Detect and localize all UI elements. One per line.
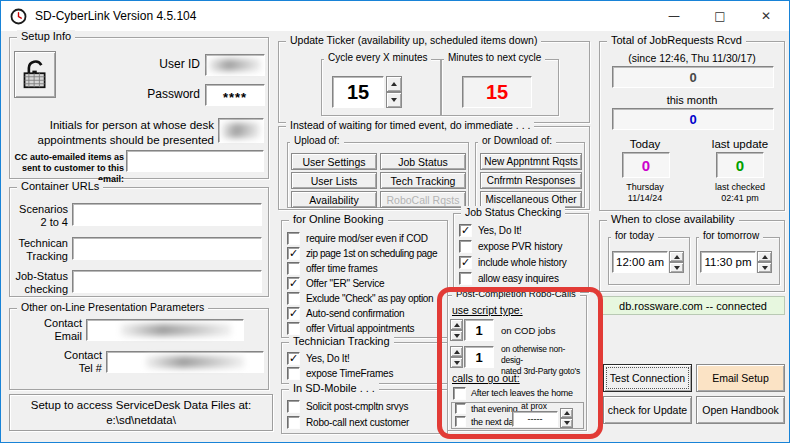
upload-job-status-button[interactable]: Job Status: [380, 153, 466, 170]
calls-to-go-out-heading: calls to go out:: [452, 372, 520, 385]
upload-user-settings-button[interactable]: User Settings: [291, 153, 377, 170]
after-tech-leaves-label: After tech leaves the home: [471, 388, 573, 398]
call-timing-box: that evening the next day at prox -----: [451, 402, 584, 429]
for-today-spinner[interactable]: [669, 251, 684, 273]
lock-button[interactable]: [14, 51, 56, 98]
tech-tracking-yes-label: Yes, Do It!: [306, 353, 350, 364]
spin-down-icon[interactable]: [450, 330, 463, 341]
contact-email-label: Contact Email: [18, 317, 82, 343]
job-status-url-label: Job-Status checking: [14, 270, 68, 296]
cc-email-field[interactable]: [126, 150, 264, 172]
after-tech-leaves-checkbox[interactable]: [453, 387, 466, 400]
open-handbook-button[interactable]: Open Handbook: [696, 396, 785, 424]
offer-virtual-appointments-label: offer Virtual appointments: [306, 323, 414, 334]
upload-tech-tracking-button[interactable]: Tech Tracking: [380, 172, 466, 189]
since-label: (since 12:46, Thu 11/30/17): [600, 52, 784, 65]
for-tomorrow-spinner[interactable]: [757, 251, 772, 273]
redacted-value: [209, 59, 260, 72]
robocall-next-customer-label: Robo-call next customer: [306, 417, 409, 428]
script-type-2-field[interactable]: 1: [464, 346, 494, 368]
contact-email-field[interactable]: [86, 319, 244, 341]
initials-field[interactable]: [218, 118, 264, 143]
upload-robocall-rqsts-button: RoboCall Rqsts: [380, 191, 466, 208]
email-setup-button[interactable]: Email Setup: [696, 364, 785, 392]
that-evening-checkbox[interactable]: [455, 403, 466, 414]
today-label: Today: [608, 138, 682, 151]
use-script-type-heading: use script type:: [452, 304, 523, 317]
container-urls-group: Container URLs Scenarios 2 to 4 Technica…: [9, 187, 269, 297]
at-prox-spinner[interactable]: [560, 408, 573, 428]
immediate-actions-title: Instead of waiting for timed event, do i…: [286, 119, 534, 131]
spin-down-icon[interactable]: [669, 262, 684, 273]
close-button[interactable]: ✕: [743, 1, 789, 30]
cycle-minutes-spinner[interactable]: [386, 76, 402, 108]
for-tomorrow-time-field[interactable]: 11:30 pm: [700, 251, 756, 273]
user-id-field[interactable]: [205, 54, 265, 76]
expose-pvr-history-checkbox[interactable]: [459, 240, 472, 253]
next-cycle-title: Minutes to next cycle: [444, 52, 545, 63]
spin-up-icon[interactable]: [757, 251, 772, 262]
technician-tracking-url-field[interactable]: [72, 237, 262, 260]
spin-down-icon[interactable]: [560, 418, 573, 428]
close-availability-group: When to close availability for today 12:…: [599, 220, 785, 292]
last-update-count-field: 0: [716, 152, 764, 178]
that-evening-label: that evening: [471, 404, 518, 414]
download-new-appntmnt-button[interactable]: New Appntmnt Rqsts: [480, 153, 582, 170]
zip-page-checkbox[interactable]: ✓: [287, 247, 300, 260]
tech-tracking-yes-checkbox[interactable]: ✓: [287, 352, 300, 365]
at-prox-field[interactable]: -----: [512, 411, 558, 427]
solicit-surveys-checkbox[interactable]: [287, 400, 300, 413]
title-bar: SD-CyberLink Version 4.5.104 — □ ✕: [1, 1, 789, 31]
upload-availability-button[interactable]: Availability: [291, 191, 377, 208]
password-field[interactable]: ****: [205, 84, 265, 106]
offer-er-service-checkbox[interactable]: ✓: [287, 277, 300, 290]
for-today-time-field[interactable]: 12:00 am: [612, 251, 668, 273]
data-files-panel: Setup to access ServiceDesk Data Files a…: [9, 394, 273, 431]
next-day-label: the next day: [471, 417, 518, 427]
job-status-yes-label: Yes, Do It!: [478, 225, 522, 236]
spin-up-icon[interactable]: [450, 346, 463, 357]
check-for-update-button[interactable]: check for Update: [603, 396, 692, 424]
require-modser-checkbox[interactable]: [287, 232, 300, 245]
download-cnfrmtn-responses-button[interactable]: Cnfrmtn Responses: [480, 172, 582, 189]
next-day-checkbox[interactable]: [455, 416, 466, 427]
user-id-label: User ID: [90, 58, 200, 71]
scenarios-field[interactable]: [72, 203, 262, 226]
allow-easy-inquires-checkbox[interactable]: [459, 272, 472, 285]
for-tomorrow-group: for tomorrow 11:30 pm: [696, 237, 780, 285]
since-count-field: 0: [612, 66, 774, 88]
upload-user-lists-button[interactable]: User Lists: [291, 172, 377, 189]
minimize-button[interactable]: —: [651, 1, 697, 30]
update-ticker-group: Update Ticker (availability up, schedule…: [278, 41, 590, 123]
cycle-minutes-field[interactable]: 15: [332, 76, 384, 108]
scenarios-label: Scenarios 2 to 4: [14, 203, 68, 229]
spin-down-icon[interactable]: [757, 262, 772, 273]
maximize-button[interactable]: □: [697, 1, 743, 30]
include-whole-history-checkbox[interactable]: ✓: [459, 256, 472, 269]
job-status-yes-checkbox[interactable]: ✓: [459, 224, 472, 237]
on-cod-jobs-label: on COD jobs: [501, 324, 555, 337]
expose-timeframes-checkbox[interactable]: [287, 367, 300, 380]
setup-info-group: Setup Info User ID Password **** Initial…: [9, 37, 269, 179]
setup-info-title: Setup Info: [17, 30, 75, 42]
spin-up-icon[interactable]: [386, 76, 402, 92]
for-tomorrow-title: for tomorrow: [699, 230, 763, 241]
offer-time-frames-checkbox[interactable]: [287, 262, 300, 275]
script-type-2-spinner[interactable]: [450, 346, 463, 368]
script-type-1-field[interactable]: 1: [464, 319, 494, 341]
exclude-check-checkbox[interactable]: [287, 292, 300, 305]
offer-virtual-appointments-checkbox[interactable]: [287, 322, 300, 335]
email-setup-label: Email Setup: [712, 372, 769, 384]
spin-up-icon[interactable]: [669, 251, 684, 262]
spin-down-icon[interactable]: [386, 92, 402, 108]
auto-send-confirmation-checkbox[interactable]: ✓: [287, 307, 300, 320]
contact-tel-field[interactable]: [106, 351, 264, 373]
spin-down-icon[interactable]: [450, 357, 463, 368]
spin-up-icon[interactable]: [560, 408, 573, 418]
last-update-label: last update: [700, 138, 780, 151]
job-status-url-field[interactable]: [72, 270, 262, 293]
test-connection-button[interactable]: Test Connection: [603, 364, 692, 392]
spin-up-icon[interactable]: [450, 319, 463, 330]
robocall-next-customer-checkbox[interactable]: [287, 416, 300, 429]
script-type-1-spinner[interactable]: [450, 319, 463, 341]
